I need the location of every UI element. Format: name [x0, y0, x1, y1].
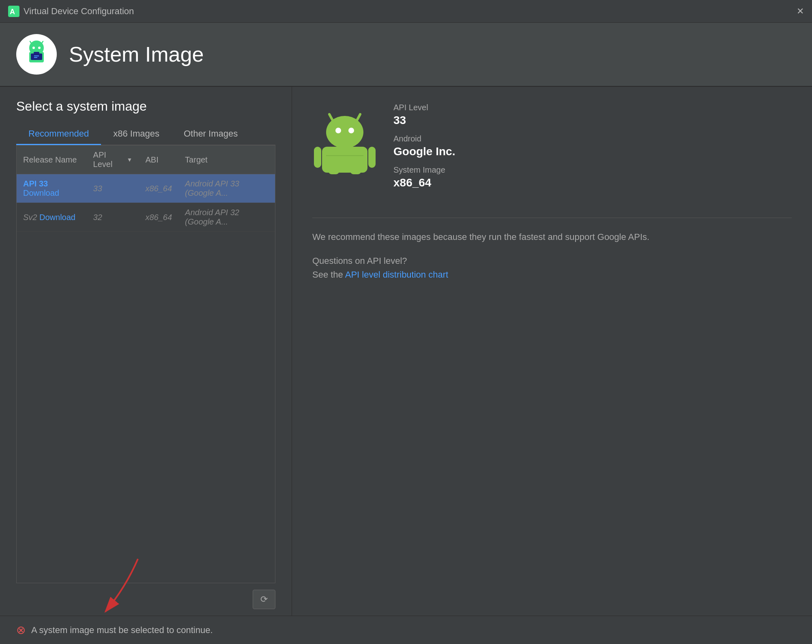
right-info: API Level 33 Android Google Inc. System … [393, 103, 792, 189]
system-image-group: System Image x86_64 [393, 165, 792, 189]
svg-point-13 [335, 128, 341, 133]
tab-x86images[interactable]: x86 Images [101, 124, 172, 145]
api-level-group: API Level 33 [393, 103, 792, 127]
title-bar-left: A Virtual Device Configuration [8, 6, 134, 17]
svg-text:A: A [10, 8, 15, 16]
left-panel: Select a system image Recommended x86 Im… [0, 87, 292, 616]
cell-api-level-2: 32 [87, 203, 139, 232]
svg-rect-8 [31, 53, 42, 60]
table-header-row: Release Name API Level ▼ ABI [17, 145, 275, 174]
android-logo [312, 103, 377, 176]
tab-recommended[interactable]: Recommended [16, 124, 101, 145]
system-image-value: x86_64 [393, 176, 792, 189]
error-bar: ⊗ A system image must be selected to con… [0, 616, 812, 644]
content-area: Select a system image Recommended x86 Im… [0, 87, 812, 616]
system-image-label: System Image [393, 165, 792, 175]
api-level-value: 33 [393, 114, 792, 127]
col-header-api-level[interactable]: API Level ▼ [87, 145, 139, 174]
cell-target-2: Android API 32 (Google A... [178, 203, 275, 232]
cell-api-level-1: 33 [87, 174, 139, 203]
system-image-table: Release Name API Level ▼ ABI [16, 145, 275, 583]
download-link-2[interactable]: Download [39, 213, 75, 222]
svg-point-4 [32, 47, 35, 49]
table-row[interactable]: API 33 Download 33 x86_64 An [17, 174, 275, 203]
cell-release-name-1: API 33 Download [17, 174, 87, 203]
cell-target-1: Android API 33 (Google A... [178, 174, 275, 203]
left-bottom-bar: ⟳ [16, 583, 275, 616]
header-area: System Image [0, 23, 812, 87]
api-distribution-chart-link[interactable]: API level distribution chart [345, 270, 448, 280]
download-link-1[interactable]: Download [23, 188, 59, 197]
tab-otherimages[interactable]: Other Images [172, 124, 250, 145]
refresh-button[interactable]: ⟳ [253, 590, 275, 609]
svg-line-7 [41, 41, 43, 44]
svg-rect-16 [314, 147, 321, 168]
col-header-release-name: Release Name [17, 145, 87, 174]
svg-line-6 [30, 41, 32, 44]
svg-point-12 [326, 116, 363, 148]
svg-rect-17 [368, 147, 376, 168]
api-chart-link-line: See the API level distribution chart [312, 270, 792, 280]
title-bar: A Virtual Device Configuration ✕ [0, 0, 812, 23]
cell-abi-2: x86_64 [139, 203, 178, 232]
svg-point-5 [38, 47, 41, 49]
error-icon: ⊗ [16, 623, 26, 637]
svg-rect-15 [322, 147, 367, 173]
sort-icon: ▼ [127, 156, 133, 163]
svg-rect-18 [329, 169, 339, 174]
android-studio-icon: A [8, 6, 19, 17]
cell-release-name-2: Sv2 Download [17, 203, 87, 232]
error-section: ⊗ A system image must be selected to con… [0, 616, 812, 644]
close-button[interactable]: ✕ [797, 7, 804, 16]
cell-abi-1: x86_64 [139, 174, 178, 203]
android-label: Android [393, 134, 792, 143]
col-header-target: Target [178, 145, 275, 174]
svg-rect-9 [34, 52, 39, 54]
svg-point-14 [348, 128, 354, 133]
table-row[interactable]: Sv2 Download 32 x86_64 Andro [17, 203, 275, 232]
questions-label: Questions on API level? [312, 256, 792, 266]
select-system-image-title: Select a system image [16, 99, 275, 114]
right-panel: API Level 33 Android Google Inc. System … [292, 87, 812, 616]
api-level-label: API Level [393, 103, 792, 112]
header-icon-circle [16, 34, 57, 75]
title-bar-title: Virtual Device Configuration [24, 6, 134, 17]
right-panel-top: API Level 33 Android Google Inc. System … [312, 103, 792, 201]
recommend-text: We recommend these images because they r… [312, 230, 792, 244]
col-header-abi: ABI [139, 145, 178, 174]
android-value: Google Inc. [393, 145, 792, 158]
header-title: System Image [69, 42, 204, 66]
tabs-container: Recommended x86 Images Other Images [16, 124, 275, 145]
separator [312, 218, 792, 218]
main-container: System Image Select a system image Recom… [0, 23, 812, 644]
svg-rect-19 [350, 169, 361, 174]
system-image-icon [22, 40, 51, 69]
error-text: A system image must be selected to conti… [31, 625, 213, 635]
android-group: Android Google Inc. [393, 134, 792, 158]
